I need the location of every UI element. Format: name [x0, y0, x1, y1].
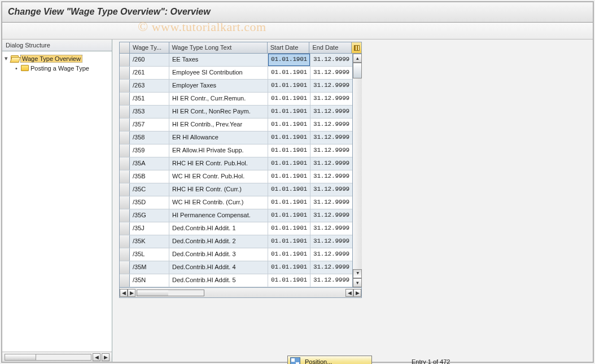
row-handle[interactable]: [120, 261, 130, 274]
cell-long-text[interactable]: WC HI ER Contr. Pub.Hol.: [169, 170, 268, 183]
grid-scroll-left-button[interactable]: ◀: [120, 289, 128, 297]
table-row[interactable]: /261Employee SI Contribution01.01.190131…: [120, 67, 352, 80]
row-handle[interactable]: [120, 67, 130, 79]
cell-end-date[interactable]: 31.12.9999: [310, 183, 352, 196]
grid-scroll-up-button[interactable]: ▴: [353, 54, 362, 63]
cell-long-text[interactable]: Ded.Contrib.HI Addit. 1: [169, 222, 268, 235]
table-row[interactable]: /35ARHC HI ER Contr. Pub.Hol.01.01.19013…: [120, 157, 352, 170]
col-header-end-date[interactable]: End Date: [309, 42, 351, 53]
cell-long-text[interactable]: HI ER Contr., Curr.Remun.: [169, 93, 268, 105]
row-handle[interactable]: [120, 170, 130, 183]
cell-end-date[interactable]: 31.12.9999: [310, 157, 352, 170]
row-handle[interactable]: [120, 80, 130, 92]
row-handle[interactable]: [120, 274, 130, 287]
row-handle[interactable]: [120, 183, 130, 196]
cell-wage-type[interactable]: /357: [130, 119, 169, 131]
cell-start-date[interactable]: 01.01.1901: [268, 119, 310, 131]
grid-scroll-down-button-2[interactable]: ▾: [353, 278, 362, 287]
cell-end-date[interactable]: 31.12.9999: [310, 54, 352, 66]
row-handle[interactable]: [120, 119, 130, 131]
cell-wage-type[interactable]: /351: [130, 93, 169, 105]
cell-start-date[interactable]: 01.01.1901: [268, 106, 310, 118]
cell-start-date[interactable]: 01.01.1901: [268, 183, 310, 196]
table-row[interactable]: /357HI ER Contrib., Prev.Year01.01.19013…: [120, 119, 352, 131]
cell-wage-type[interactable]: /353: [130, 106, 169, 118]
cell-long-text[interactable]: Ded.Contrib.HI Addit. 5: [169, 274, 268, 287]
table-row[interactable]: /35MDed.Contrib.HI Addit. 401.01.190131.…: [120, 261, 352, 274]
cell-wage-type[interactable]: /35A: [130, 157, 169, 170]
cell-end-date[interactable]: 31.12.9999: [310, 274, 352, 287]
col-header-start-date[interactable]: Start Date: [268, 42, 310, 53]
cell-start-date[interactable]: 01.01.1901: [268, 261, 310, 274]
cell-end-date[interactable]: 31.12.9999: [310, 196, 352, 209]
cell-long-text[interactable]: Ded.Contrib.HI Addit. 2: [169, 235, 268, 248]
cell-long-text[interactable]: RHC HI ER Contr. (Curr.): [169, 183, 268, 196]
cell-wage-type[interactable]: /35K: [130, 235, 169, 248]
cell-start-date[interactable]: 01.01.1901: [268, 196, 310, 209]
row-handle[interactable]: [120, 106, 130, 118]
cell-start-date[interactable]: 01.01.1901: [268, 144, 310, 157]
cell-start-date[interactable]: 01.01.1901: [268, 54, 310, 66]
cell-start-date[interactable]: 01.01.1901: [268, 235, 310, 248]
grid-scroll-left-button-2[interactable]: ◀: [345, 289, 353, 297]
table-row[interactable]: /35LDed.Contrib.HI Addit. 301.01.190131.…: [120, 248, 352, 261]
cell-wage-type[interactable]: /358: [130, 131, 169, 144]
cell-start-date[interactable]: 01.01.1901: [268, 170, 310, 183]
col-header-long-text[interactable]: Wage Type Long Text: [169, 42, 268, 53]
tree-toggle-icon[interactable]: ▾: [3, 55, 9, 62]
cell-long-text[interactable]: ER HI Allowance: [169, 131, 268, 144]
row-handle[interactable]: [120, 144, 130, 157]
grid-vscroll-thumb[interactable]: [353, 63, 362, 78]
cell-long-text[interactable]: HI ER Contrib., Prev.Year: [169, 119, 268, 131]
cell-start-date[interactable]: 01.01.1901: [268, 222, 310, 235]
tree-node-posting-a-wage-type[interactable]: • Posting a Wage Type: [3, 63, 111, 73]
cell-start-date[interactable]: 01.01.1901: [268, 93, 310, 105]
row-handle[interactable]: [120, 235, 130, 248]
cell-end-date[interactable]: 31.12.9999: [310, 93, 352, 105]
grid-hscroll-thumb[interactable]: [137, 290, 168, 296]
cell-end-date[interactable]: 31.12.9999: [310, 222, 352, 235]
cell-start-date[interactable]: 01.01.1901: [268, 131, 310, 144]
cell-end-date[interactable]: 31.12.9999: [310, 119, 352, 131]
table-row[interactable]: /35GHI Permanence Compensat.01.01.190131…: [120, 209, 352, 222]
cell-long-text[interactable]: ER Allow.HI Private Supp.: [169, 144, 268, 157]
col-header-wage-type[interactable]: Wage Ty...: [130, 42, 169, 53]
cell-end-date[interactable]: 31.12.9999: [310, 209, 352, 222]
sidebar-hscroll-track[interactable]: [5, 354, 91, 361]
tree-node-wage-type-overview[interactable]: ▾ Wage Type Overview: [3, 54, 111, 63]
table-row[interactable]: /35BWC HI ER Contr. Pub.Hol.01.01.190131…: [120, 170, 352, 183]
grid-scroll-right-button[interactable]: ▶: [128, 289, 135, 297]
cell-end-date[interactable]: 31.12.9999: [310, 261, 352, 274]
cell-start-date[interactable]: 01.01.1901: [268, 248, 310, 261]
cell-start-date[interactable]: 01.01.1901: [268, 157, 310, 170]
table-row[interactable]: /35KDed.Contrib.HI Addit. 201.01.190131.…: [120, 235, 352, 248]
cell-long-text[interactable]: HI Permanence Compensat.: [169, 209, 268, 222]
grid-configure-button[interactable]: [351, 42, 361, 53]
cell-long-text[interactable]: Ded.Contrib.HI Addit. 4: [169, 261, 268, 274]
cell-long-text[interactable]: Employee SI Contribution: [169, 67, 268, 79]
grid-hscroll-track[interactable]: [137, 290, 204, 296]
table-row[interactable]: /351HI ER Contr., Curr.Remun.01.01.19013…: [120, 93, 352, 106]
cell-end-date[interactable]: 31.12.9999: [310, 144, 352, 157]
cell-long-text[interactable]: Employer Taxes: [169, 80, 268, 92]
cell-wage-type[interactable]: /35M: [130, 261, 169, 274]
row-handle[interactable]: [120, 209, 130, 222]
cell-long-text[interactable]: EE Taxes: [169, 54, 268, 66]
cell-wage-type[interactable]: /260: [130, 54, 169, 66]
table-row[interactable]: /260EE Taxes01.01.190131.12.9999: [120, 54, 352, 67]
cell-wage-type[interactable]: /35C: [130, 183, 169, 196]
cell-wage-type[interactable]: /35B: [130, 170, 169, 183]
table-row[interactable]: /35JDed.Contrib.HI Addit. 101.01.190131.…: [120, 222, 352, 235]
cell-long-text[interactable]: WC HI ER Contrib. (Curr.): [169, 196, 268, 209]
sidebar-scroll-right-button[interactable]: ▶: [102, 353, 110, 361]
table-row[interactable]: /35NDed.Contrib.HI Addit. 501.01.190131.…: [120, 274, 352, 287]
cell-end-date[interactable]: 31.12.9999: [310, 106, 352, 118]
sidebar-hscroll-thumb[interactable]: [5, 354, 36, 360]
sidebar-scroll-left-button[interactable]: ◀: [93, 353, 100, 361]
cell-end-date[interactable]: 31.12.9999: [310, 170, 352, 183]
cell-wage-type[interactable]: /35L: [130, 248, 169, 261]
cell-start-date[interactable]: 01.01.1901: [268, 80, 310, 92]
cell-wage-type[interactable]: /359: [130, 144, 169, 157]
table-row[interactable]: /353HI ER Cont., NonRec Paym.01.01.19013…: [120, 106, 352, 119]
row-handle[interactable]: [120, 222, 130, 235]
